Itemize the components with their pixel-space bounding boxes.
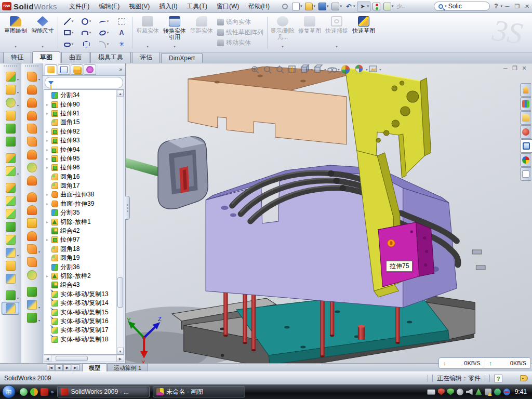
tab-评估[interactable]: 评估 [132,51,160,63]
swept-surface-button[interactable] [23,96,41,109]
dropdown-caret-icon[interactable]: ▾ [107,19,109,23]
toolbar-drag-handle[interactable] [4,65,17,68]
tree-filter-input[interactable] [45,77,123,88]
line-button[interactable]: ▾ [60,16,77,27]
tree-item-实体-移动/复制14[interactable]: 实体-移动/复制14 [46,299,116,308]
knit-surface-button[interactable] [23,230,41,243]
quick-launch-expand-icon[interactable]: » [51,389,54,395]
boundary-surface-button[interactable] [23,122,41,135]
smart-dimension-button[interactable]: 智能尺寸▾ [29,15,56,51]
tree-item-分割34[interactable]: 分割34 [46,91,116,100]
menu-item-5[interactable]: 窗口(W) [212,0,244,12]
view-orientation-icon[interactable] [301,65,309,72]
split-body-button[interactable] [2,207,19,220]
extruded-cut-button[interactable]: ▾ [2,83,19,96]
curve-button[interactable]: ▾ [2,289,19,302]
tree-item-拉伸94[interactable]: ▸拉伸94 [46,145,116,154]
solidworks-quicklaunch-icon[interactable] [41,388,48,396]
dropdown-caret-icon[interactable]: ▾ [313,4,315,8]
scroll-up-arrow[interactable]: ▲ [117,90,124,97]
reference-plane-button[interactable] [2,259,19,272]
menu-item-3[interactable]: 插入(I) [154,0,182,12]
tree-item-拉伸92[interactable]: ▸拉伸92 [46,127,116,136]
tree-item-圆角15[interactable]: 圆角15 [46,118,116,127]
zoom-magnify-icon[interactable] [277,65,284,73]
trim-surface-button[interactable] [23,191,41,204]
arc-button[interactable]: ▾ [77,27,95,38]
tree-item-实体-移动/复制17[interactable]: 实体-移动/复制17 [46,326,116,335]
dropdown-caret-icon[interactable]: ▾ [367,4,369,8]
view-settings-icon[interactable] [369,66,377,72]
dropdown-caret-icon[interactable]: ▾ [38,305,40,309]
expand-arrow-icon[interactable]: ▸ [46,220,51,224]
help-caret-icon[interactable]: ▾ [500,4,502,8]
fillet-button[interactable]: ▾ [2,96,19,109]
quick-tips-button[interactable]: ? [494,375,502,382]
apply-scene-icon[interactable] [355,65,363,74]
toolbar-drag-handle[interactable] [25,65,38,68]
tree-item-拉伸90[interactable]: ▸拉伸90 [46,100,116,109]
expand-arrow-icon[interactable]: ▸ [46,274,51,278]
menu-item-0[interactable]: 文件(F) [64,0,94,12]
model-part-stop-pin[interactable] [358,325,365,340]
expand-arrow-icon[interactable]: ▸ [46,148,51,152]
untrim-surface-button[interactable] [23,217,41,230]
edit-appearance-icon[interactable] [341,65,350,74]
tree-item-拉伸97[interactable]: ▸拉伸97 [46,235,116,244]
doc-minimize-button[interactable]: ─ [501,64,510,72]
scroll-thumb[interactable] [56,356,88,361]
tree-vertical-scrollbar[interactable]: ▲ ▼ [116,90,124,354]
scroll-left-arrow[interactable]: ◀ [44,355,51,362]
tree-item-圆角19[interactable]: 圆角19 [46,254,116,262]
slot-button[interactable]: ▾ [60,38,77,50]
rapid-sketch-button[interactable]: 快速草图 [350,15,377,51]
tree-item-切除-放样1[interactable]: ▸切除-放样1 [46,217,116,226]
expand-arrow-icon[interactable]: ▸ [46,129,51,134]
sketch-fillet-button[interactable]: ▾ [95,38,113,50]
scroll-track[interactable] [117,97,124,348]
dropdown-caret-icon[interactable]: ▾ [38,77,40,81]
dropdown-caret-icon[interactable]: ▾ [17,254,19,257]
move-copy-body-button[interactable] [2,233,19,246]
dropdown-caret-icon[interactable]: ▾ [107,42,109,46]
select-button[interactable]: ➤▾ [357,2,370,11]
taskbar-button-sw[interactable]: SolidWorks 2009 - ... [57,386,150,397]
help-button[interactable]: ? [492,3,500,10]
guard-tray-icon[interactable] [447,389,454,395]
dropdown-caret-icon[interactable]: ▾ [17,296,19,300]
zoom-fit-icon[interactable] [252,66,259,73]
volume-tray-icon[interactable] [466,389,473,395]
spline-button[interactable]: ▾ [95,16,113,27]
dropdown-caret-icon[interactable]: ▾ [392,4,394,8]
save-button[interactable]: ▾ [317,2,330,11]
ellipse-button[interactable]: ▾ [95,27,113,38]
freeform-button[interactable] [23,161,41,174]
messenger-quicklaunch-icon[interactable] [20,388,28,396]
mirror-entities-button[interactable]: 镜向实体 [215,17,265,27]
tree-horizontal-scrollbar[interactable]: ◀ ▶ [44,355,124,362]
offset-entities-button[interactable]: 等距实体 [188,15,215,51]
tab-DimXpert[interactable]: DimXpert [161,53,203,63]
convert-entities-button[interactable]: 转换实体引用▾ [161,15,188,51]
expand-arrow-icon[interactable]: ▸ [46,156,51,161]
feature-manager-tab[interactable] [45,64,57,75]
search-input[interactable]: ▾ Solic [434,2,490,11]
start-button[interactable]: ⊞ [2,385,16,398]
media-quicklaunch-icon[interactable] [30,388,38,396]
fillet-surface-button[interactable] [23,269,41,282]
dropdown-caret-icon[interactable]: ▾ [17,103,19,107]
sketch-button[interactable]: 草图绘制▾ [2,15,29,51]
doc-restore-button[interactable]: ❐ [510,64,520,72]
dropdown-caret-icon[interactable]: ▾ [38,250,40,254]
pin-button[interactable] [280,2,290,11]
antivirus-tray-icon[interactable] [438,389,445,395]
dropdown-caret-icon[interactable]: ▾ [353,4,355,8]
dropdown-caret-icon[interactable]: ▾ [89,31,91,35]
cylinder-surface-button[interactable] [23,285,41,298]
extruded-surface-button[interactable]: ▾ [23,70,41,83]
taskbar-button-paint[interactable]: 未命名 - 画图 [153,386,245,397]
open-button[interactable]: ▾ [304,2,316,11]
expand-arrow-icon[interactable]: ▸ [46,138,51,143]
model-part-top-clamp-plate[interactable] [188,66,357,144]
restore-button[interactable]: ❐ [513,3,522,10]
